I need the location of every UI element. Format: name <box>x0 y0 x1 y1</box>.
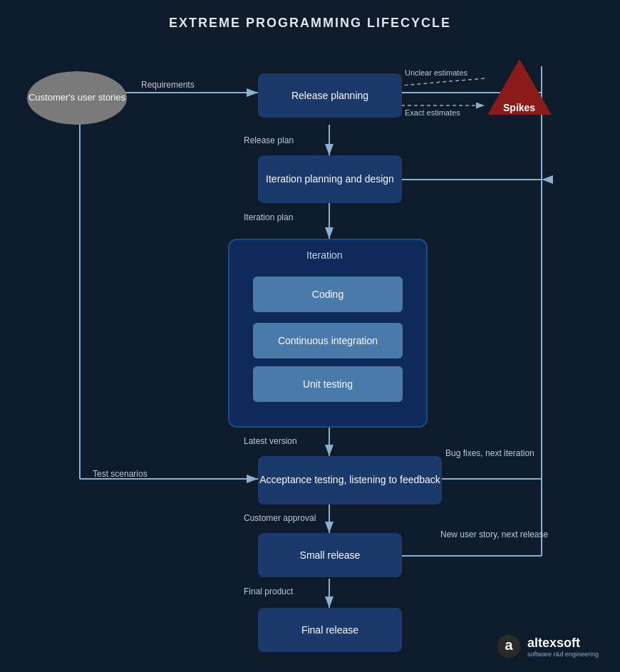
latest-version-label: Latest version <box>244 436 297 446</box>
iteration-planning-box: Iteration planning and design <box>258 155 402 203</box>
new-user-story-label: New user story, next release <box>440 529 548 541</box>
spikes-label: Spikes <box>503 102 535 113</box>
iteration-plan-label: Iteration plan <box>244 212 293 222</box>
continuous-integration-box: Continuous integration <box>253 323 403 358</box>
altexsoft-text: altexsoft software r&d engineering <box>527 636 599 658</box>
customer-approval-label: Customer approval <box>244 513 316 523</box>
bug-fixes-label: Bug fixes, next iteration <box>445 448 534 460</box>
requirements-label: Requirements <box>141 80 195 90</box>
svg-line-15 <box>401 78 485 86</box>
test-scenarios-label: Test scenarios <box>93 469 148 479</box>
release-plan-label: Release plan <box>244 135 294 145</box>
unit-testing-box: Unit testing <box>253 366 403 402</box>
final-product-label: Final product <box>244 586 293 596</box>
acceptance-testing-box: Acceptance testing, listening to feedbac… <box>258 456 442 505</box>
unclear-estimates-label: Unclear estimates <box>405 68 467 77</box>
altexsoft-logo: a altexsoft software r&d engineering <box>496 634 599 659</box>
page-title: EXTREME PROGRAMMING LIFECYCLE <box>0 0 620 31</box>
small-release-box: Small release <box>258 533 402 577</box>
customer-stories-label: Customer's user stories <box>29 92 125 104</box>
iteration-label: Iteration <box>306 249 343 261</box>
svg-text:a: a <box>505 637 513 653</box>
release-planning-box: Release planning <box>258 73 402 118</box>
exact-estimates-label: Exact estimates <box>405 108 460 117</box>
final-release-box: Final release <box>258 608 402 652</box>
coding-box: Coding <box>253 276 403 312</box>
altexsoft-icon: a <box>496 634 522 659</box>
customer-stories-oval: Customer's user stories <box>27 71 127 125</box>
